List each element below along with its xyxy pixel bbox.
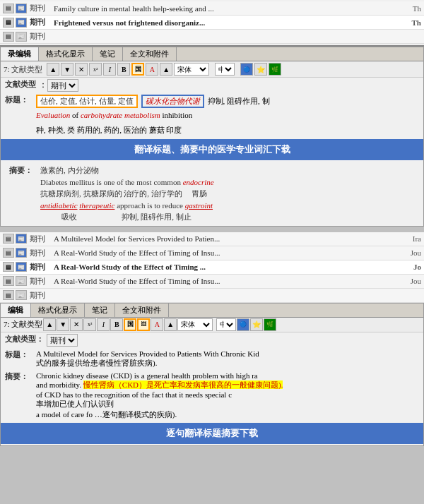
inhibition-text: inhibition <box>162 111 192 119</box>
abstract-line3: 抗糖尿病剂, 抗糖尿病的 治疗的, 治疗学的 胃肠 <box>40 188 415 200</box>
top-annotation-bar[interactable]: 翻译标题、摘要中的医学专业词汇下载 <box>1 139 423 160</box>
btn-icon1[interactable]: 🔵 <box>240 63 253 76</box>
item-type: 期刊 <box>30 248 49 258</box>
btn-italic2[interactable]: I <box>97 318 110 331</box>
inhibit-zh: 抑制, 阻碍作用, 制止 <box>122 212 192 221</box>
btn-sup[interactable]: x² <box>89 63 102 76</box>
list-item[interactable]: ▤ 📰 期刊 Family culture in mental health h… <box>0 1 424 16</box>
title-line3: 种, 种类, 类 药用的, 药的, 医治的 蘑菇 印度 <box>36 125 419 136</box>
bottom-title-en: A Multilevel Model for Services Provided… <box>36 349 419 358</box>
tab-format2[interactable]: 格式化显示 <box>31 304 85 317</box>
editor-tabs: 录编辑 格式化显示 笔记 全文和附件 <box>1 47 423 61</box>
title-row3: 种, 种类, 类 药用的, 药的, 医治的 蘑菇 印度 <box>1 124 423 138</box>
item-icons: ▤ 📰 <box>3 234 27 244</box>
item-icons: ▤ 📰 <box>3 290 27 300</box>
bottom-type-select[interactable]: 期刊 <box>47 334 78 347</box>
tab-notes[interactable]: 笔记 <box>93 47 123 61</box>
btn-x2[interactable]: ✕ <box>70 318 83 331</box>
type-icon: 📰 <box>16 18 27 28</box>
btn-x1[interactable]: ✕ <box>75 63 88 76</box>
align-select2[interactable]: 中 <box>216 318 236 331</box>
bottom-title-row: 标题： A Multilevel Model for Services Prov… <box>1 348 423 370</box>
btn-up2[interactable]: ▲ <box>43 318 56 331</box>
abstract-suffix: …逐句翻译模式的疾病). <box>95 410 177 419</box>
type-icon: 📰 <box>16 4 27 13</box>
of-text: of <box>72 111 81 119</box>
abstract-line4: antidiabetic therapeutic approach is to … <box>40 200 415 212</box>
btn-color2[interactable]: A <box>151 318 163 331</box>
list-item[interactable]: ▤ 📰 期刊 <box>0 289 424 303</box>
btn-icon4[interactable]: 🔵 <box>237 318 249 331</box>
list-item[interactable]: ▤ 📰 期刊 Frightened versus not frightened … <box>0 16 424 30</box>
abstract-l1: Chronic kidney disease (CKD) is a genera… <box>36 371 419 380</box>
btn-color[interactable]: A <box>146 63 158 76</box>
btn-up[interactable]: ▲ <box>47 63 59 76</box>
list-item[interactable]: ▤ 📰 期刊 A Real-World Study of the Effect … <box>0 275 424 289</box>
abstract-line5: 吸收 抑制, 阻碍作用, 制止 <box>40 211 415 223</box>
item-type: 期刊 <box>30 234 49 244</box>
top-toolbar: 7: 文献类型 ▲ ▼ ✕ x² I B 国 A ▲ 宋体 中 🔵 ⭐ 🌿 <box>1 61 423 78</box>
list-item[interactable]: ▤ 📰 期刊 A Real-World Study of the Effect … <box>0 260 424 275</box>
tab-format[interactable]: 格式化显示 <box>39 47 93 61</box>
item-icons: ▤ 📰 <box>3 4 27 13</box>
doc-icon: ▤ <box>3 262 14 272</box>
item-icons: ▤ 📰 <box>3 18 27 28</box>
font-select2[interactable]: 宋体 <box>177 318 213 331</box>
tab-fulltext2[interactable]: 全文和附件 <box>115 304 169 317</box>
type-field-value: 期刊 <box>47 79 419 92</box>
bottom-editor-panel: 编辑 格式化显示 笔记 全文和附件 7: 文献类型 ▲ ▼ ✕ x² I B 国… <box>0 303 424 446</box>
list-item[interactable]: ▤ 📰 期刊 A Real-World Study of the Effect … <box>0 246 424 260</box>
btn-highlighted[interactable]: 国 <box>131 63 144 76</box>
item-type: 期刊 <box>30 31 49 42</box>
item-title: A Real-World Study of the Effect of Timi… <box>54 248 408 257</box>
tab-luedit[interactable]: 录编辑 <box>1 47 39 61</box>
btn-highlighted2[interactable]: 国 <box>124 318 136 331</box>
align-select[interactable]: 中 <box>215 63 235 76</box>
btn-img[interactable]: 🖼 <box>137 318 150 331</box>
item-icons: ▤ 📰 <box>3 262 27 272</box>
btn-icon6[interactable]: 🌿 <box>264 318 276 331</box>
title-line2: Evaluation of carbohydrate metabolism in… <box>36 111 419 119</box>
font-select[interactable]: 宋体 <box>174 63 209 76</box>
btn-italic[interactable]: I <box>103 63 116 76</box>
item-type: 期刊 <box>30 290 49 301</box>
btn-icon2[interactable]: ⭐ <box>254 63 267 76</box>
item-title: A Real-World Study of the Effect of Timi… <box>54 263 411 271</box>
list-item[interactable]: ▤ 📰 期刊 <box>0 30 424 44</box>
list-item[interactable]: ▤ 📰 期刊 A Multilevel Model for Services P… <box>0 232 424 246</box>
tab-notes2[interactable]: 笔记 <box>85 304 115 317</box>
btn-sup2[interactable]: x² <box>83 318 96 331</box>
section-divider <box>0 227 424 232</box>
btn-down2[interactable]: ▼ <box>57 318 69 331</box>
type-select[interactable]: 期刊 <box>47 79 78 92</box>
antidiabetic-zh: 抗糖尿病剂, 抗糖尿病的 治疗的, 治疗学的 <box>40 189 182 198</box>
carb-text: carbohydrate metabolism <box>81 111 160 119</box>
btn-icon5[interactable]: ⭐ <box>250 318 263 331</box>
item-type: 期刊 <box>30 276 49 287</box>
btn-font-color[interactable]: ▲ <box>160 63 172 76</box>
btn-bold2[interactable]: B <box>110 318 123 331</box>
abstract-l2a: and morbidity. <box>36 380 81 389</box>
therapeutic-en: therapeutic <box>79 201 114 210</box>
type-icon: 📰 <box>16 290 27 300</box>
abstract-label: 摘要： <box>9 164 37 176</box>
btn-font-color2[interactable]: ▲ <box>164 318 177 331</box>
abstract-l4: 率增加已使人们认识到 <box>36 399 419 409</box>
bottom-abstract-label: 摘要： <box>5 371 33 382</box>
item-source: Jo <box>413 263 421 271</box>
btn-icon3[interactable]: 🌿 <box>269 63 281 76</box>
doc-icon: ▤ <box>3 4 14 13</box>
bottom-title-zh: 式的服务提供给患者慢性肾脏疾病). <box>36 358 419 368</box>
bottom-title-label: 标题： <box>5 349 33 360</box>
btn-down[interactable]: ▼ <box>61 63 73 76</box>
bottom-article-list: ▤ 📰 期刊 A Multilevel Model for Services P… <box>0 232 424 303</box>
tab-fulltext[interactable]: 全文和附件 <box>123 47 177 61</box>
btn-bold[interactable]: B <box>117 63 130 76</box>
type-icon: 📰 <box>16 262 27 272</box>
title-tag-blue: 碳水化合物代谢 <box>141 95 204 108</box>
bottom-annotation-bar[interactable]: 逐句翻译标题摘要下载 <box>1 423 423 444</box>
abstract-l5: a model of care fo …逐句翻译模式的疾病). <box>36 409 419 420</box>
item-source: Ira <box>413 234 421 243</box>
tab-edit[interactable]: 编辑 <box>1 304 31 317</box>
item-icons: ▤ 📰 <box>3 248 27 258</box>
